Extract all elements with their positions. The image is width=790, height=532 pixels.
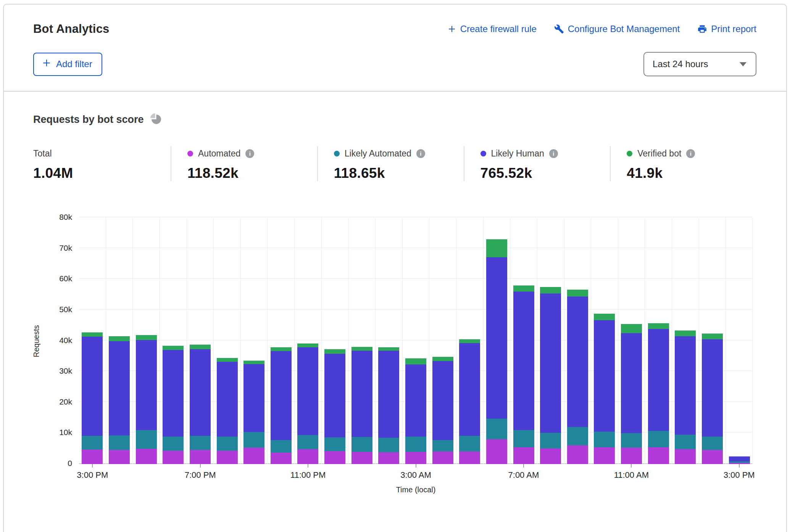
bar-segment-verified-bot[interactable]: [351, 347, 372, 351]
bar-segment-automated[interactable]: [567, 445, 588, 464]
bar-segment-verified-bot[interactable]: [513, 285, 534, 291]
bar-segment-automated[interactable]: [163, 451, 184, 464]
configure-bot-management-link[interactable]: Configure Bot Management: [554, 24, 680, 34]
bar-segment-automated[interactable]: [217, 451, 238, 464]
bar-segment-verified-bot[interactable]: [702, 334, 723, 339]
bar-segment-likely-automated[interactable]: [82, 436, 103, 450]
bar-segment-automated[interactable]: [82, 450, 103, 464]
bar-segment-likely-human[interactable]: [82, 337, 103, 436]
bar-segment-likely-human[interactable]: [432, 361, 453, 440]
bar-segment-likely-human[interactable]: [351, 351, 372, 437]
bar-segment-verified-bot[interactable]: [136, 335, 157, 340]
stacked-bar[interactable]: [297, 343, 318, 464]
bar-segment-automated[interactable]: [594, 447, 615, 464]
bar-segment-verified-bot[interactable]: [405, 358, 426, 364]
bar-segment-likely-human[interactable]: [324, 354, 345, 437]
bar-segment-likely-automated[interactable]: [675, 435, 696, 450]
bar-segment-automated[interactable]: [459, 451, 480, 464]
stacked-bar[interactable]: [243, 361, 264, 464]
bar-segment-likely-human[interactable]: [621, 333, 642, 433]
bar-segment-likely-human[interactable]: [190, 349, 211, 436]
stacked-bar[interactable]: [163, 346, 184, 464]
bar-segment-automated[interactable]: [702, 450, 723, 464]
bar-segment-automated[interactable]: [675, 449, 696, 464]
bar-segment-likely-human[interactable]: [109, 341, 130, 435]
stacked-bar[interactable]: [351, 347, 372, 464]
bar-segment-automated[interactable]: [243, 448, 264, 464]
bar-segment-verified-bot[interactable]: [190, 345, 211, 349]
bar-segment-likely-automated[interactable]: [621, 433, 642, 448]
bar-segment-likely-automated[interactable]: [271, 440, 292, 453]
bar-segment-verified-bot[interactable]: [217, 358, 238, 362]
stacked-bar[interactable]: [486, 239, 507, 464]
bar-segment-likely-automated[interactable]: [567, 427, 588, 445]
bar-segment-verified-bot[interactable]: [82, 332, 103, 337]
bar-segment-verified-bot[interactable]: [540, 287, 561, 294]
bar-segment-automated[interactable]: [109, 450, 130, 464]
bar-segment-automated[interactable]: [297, 449, 318, 464]
print-report-link[interactable]: Print report: [697, 24, 756, 34]
bar-segment-likely-human[interactable]: [567, 297, 588, 427]
bar-segment-automated[interactable]: [540, 448, 561, 464]
bar-segment-likely-automated[interactable]: [459, 436, 480, 451]
bar-segment-automated[interactable]: [190, 450, 211, 464]
info-icon[interactable]: [686, 149, 695, 158]
bar-segment-likely-automated[interactable]: [513, 430, 534, 447]
stacked-bar[interactable]: [405, 358, 426, 464]
stacked-bar[interactable]: [702, 334, 723, 464]
stacked-bar[interactable]: [190, 345, 211, 464]
bar-segment-automated[interactable]: [351, 452, 372, 464]
bar-segment-likely-human[interactable]: [459, 343, 480, 436]
bar-segment-likely-human[interactable]: [648, 329, 669, 431]
bar-segment-verified-bot[interactable]: [567, 290, 588, 297]
info-icon[interactable]: [416, 149, 425, 158]
bar-segment-likely-human[interactable]: [378, 351, 399, 437]
stacked-bar[interactable]: [621, 324, 642, 464]
time-range-select[interactable]: Last 24 hours: [643, 52, 756, 76]
bar-segment-likely-human[interactable]: [513, 292, 534, 430]
stacked-bar[interactable]: [136, 335, 157, 464]
bar-segment-likely-human[interactable]: [297, 347, 318, 435]
bar-segment-likely-automated[interactable]: [648, 431, 669, 447]
bar-segment-likely-automated[interactable]: [540, 433, 561, 448]
bar-segment-automated[interactable]: [621, 448, 642, 464]
bar-segment-likely-human[interactable]: [217, 362, 238, 437]
bar-segment-likely-human[interactable]: [163, 350, 184, 437]
bar-segment-verified-bot[interactable]: [271, 347, 292, 351]
bar-segment-likely-automated[interactable]: [405, 437, 426, 452]
bar-segment-likely-automated[interactable]: [351, 437, 372, 452]
stacked-bar[interactable]: [432, 357, 453, 464]
stacked-bar[interactable]: [675, 330, 696, 464]
bar-segment-automated[interactable]: [271, 453, 292, 464]
bar-segment-likely-automated[interactable]: [378, 438, 399, 452]
stacked-bar[interactable]: [513, 285, 534, 464]
bar-segment-likely-automated[interactable]: [702, 437, 723, 450]
bar-segment-likely-human[interactable]: [136, 340, 157, 430]
info-icon[interactable]: [549, 149, 558, 158]
bar-segment-likely-human[interactable]: [271, 351, 292, 440]
bar-segment-verified-bot[interactable]: [163, 346, 184, 350]
stacked-bar[interactable]: [217, 358, 238, 464]
bar-segment-verified-bot[interactable]: [432, 357, 453, 361]
bar-segment-likely-automated[interactable]: [136, 430, 157, 448]
bar-segment-verified-bot[interactable]: [459, 339, 480, 343]
bar-segment-verified-bot[interactable]: [648, 323, 669, 329]
bar-segment-likely-automated[interactable]: [243, 432, 264, 448]
bar-segment-verified-bot[interactable]: [621, 324, 642, 333]
bar-segment-likely-human[interactable]: [540, 293, 561, 432]
bar-segment-likely-automated[interactable]: [432, 440, 453, 451]
bar-segment-verified-bot[interactable]: [243, 361, 264, 364]
stacked-bar[interactable]: [324, 349, 345, 464]
bar-segment-likely-human[interactable]: [243, 364, 264, 432]
bar-segment-verified-bot[interactable]: [594, 314, 615, 320]
bar-segment-likely-automated[interactable]: [324, 437, 345, 451]
bar-segment-likely-human[interactable]: [594, 320, 615, 432]
bar-segment-likely-human[interactable]: [405, 364, 426, 437]
stacked-bar[interactable]: [594, 314, 615, 464]
bar-segment-verified-bot[interactable]: [324, 349, 345, 354]
bar-segment-likely-automated[interactable]: [217, 437, 238, 450]
stacked-bar[interactable]: [109, 336, 130, 464]
bar-segment-automated[interactable]: [648, 447, 669, 464]
bar-segment-verified-bot[interactable]: [486, 239, 507, 257]
bar-segment-likely-automated[interactable]: [297, 435, 318, 449]
